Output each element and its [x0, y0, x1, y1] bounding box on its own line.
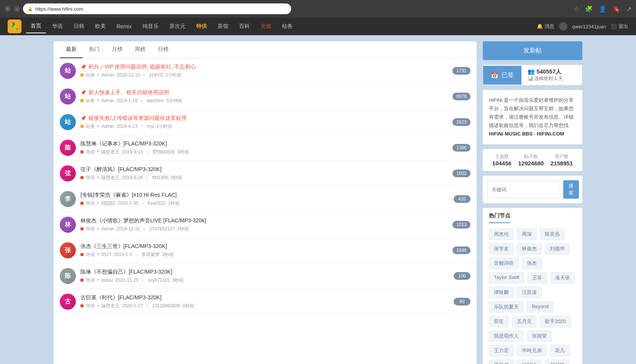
post-author[interactable]: 隔壁老王: [101, 303, 120, 309]
post-author[interactable]: 囧囧囧: [101, 200, 115, 207]
post-author[interactable]: todou: [101, 277, 113, 283]
post-title[interactable]: 积分／VIP 使用问题说明, 砥砺前行, 不忘初心: [89, 64, 196, 70]
topic-tag[interactable]: 王菲: [527, 272, 547, 284]
pin-icon: 📌: [80, 64, 86, 70]
post-title[interactable]: 林俊杰《小情歌》梦想的声音LIVE [FLAC/MP3-320k]: [80, 217, 206, 224]
topic-tag[interactable]: 音阙诗听: [489, 258, 519, 269]
topic-tag[interactable]: 周深: [517, 229, 537, 240]
reload-button[interactable]: ↻: [5, 6, 11, 12]
topic-tag[interactable]: 都可唯: [545, 359, 570, 364]
topic-tag[interactable]: Beyond: [527, 301, 554, 313]
notification-bell[interactable]: 🔔 消息: [537, 23, 554, 30]
post-author[interactable]: Admin: [101, 124, 114, 129]
nav-item-chinese[interactable]: 华语: [48, 20, 67, 33]
topic-tag[interactable]: 林俊杰: [517, 243, 542, 255]
checkin-button[interactable]: 📅 已签: [483, 66, 521, 85]
share-icon[interactable]: ↗: [626, 5, 631, 13]
topic-tag[interactable]: 歌手2020: [540, 316, 571, 327]
username-label[interactable]: qwer12341juan: [572, 24, 606, 29]
tab-daily[interactable]: 日榜: [152, 41, 175, 58]
post-title[interactable]: 陈琳《不想骗自己》[FLAC/MP3-320K]: [80, 269, 172, 276]
topic-tag[interactable]: 洛天依: [550, 272, 575, 284]
nav-item-dimension[interactable]: 异次元: [165, 20, 190, 33]
topic-tag[interactable]: 乐队的夏天: [489, 301, 524, 313]
post-author[interactable]: 隔壁老王: [101, 175, 120, 181]
extension-icon[interactable]: 🧩: [585, 5, 593, 13]
post-title[interactable]: 张杰《三生三世》[FLAC/MP3-320K]: [80, 243, 167, 250]
post-title[interactable]: 古巨基《时代》[FLAC/MP3-320K]: [80, 294, 162, 301]
nav-item-charge[interactable]: 充值: [256, 20, 276, 33]
topic-tag[interactable]: 张学友: [489, 243, 514, 255]
avatar: 张: [60, 242, 76, 258]
nav-item-special[interactable]: 特供: [192, 20, 211, 33]
nav-item-western[interactable]: 欧美: [90, 20, 110, 33]
post-meta: 华语 • 囧囧囧 2020-7-30 ← Kev0322 1秒前: [80, 200, 449, 207]
topic-tag[interactable]: 陈奕迅: [540, 229, 565, 240]
topic-tag[interactable]: 张杰: [522, 258, 542, 269]
topic-tag[interactable]: 周华健: [489, 359, 514, 364]
content-area: 最新 热门 月榜 周榜 日榜 站 📌 积分／VIP 使用问题说明, 砥砺前行, …: [54, 41, 477, 364]
nav-item-japanese-korean[interactable]: 日韩: [69, 20, 89, 33]
star-icon[interactable]: ☆: [574, 5, 579, 13]
topic-tag[interactable]: 周杰伦: [489, 229, 514, 240]
avatar: 弦: [60, 165, 76, 181]
post-title[interactable]: 陈慧琳《记事本》[FLAC/MP3-320K]: [80, 140, 167, 147]
post-last-user[interactable]: washton: [147, 98, 164, 103]
site-logo[interactable]: 🦜: [8, 20, 21, 33]
nav-item-home[interactable]: 首页: [26, 20, 46, 33]
post-last-user[interactable]: 雪鸮咕咕咕: [152, 149, 175, 155]
post-author[interactable]: Admin: [101, 226, 114, 232]
topic-tag[interactable]: 谭咏麟: [489, 287, 514, 298]
topic-tag[interactable]: 双笙: [489, 316, 509, 327]
nav-item-pure-music[interactable]: 纯音乐: [138, 20, 163, 33]
nav-item-teahouse[interactable]: 茶馆: [213, 20, 233, 33]
post-author[interactable]: 隔壁老王: [101, 149, 120, 155]
tab-weekly[interactable]: 周榜: [129, 41, 152, 58]
topic-tag[interactable]: 我是唱作人: [489, 330, 524, 342]
post-title[interactable]: [专辑]李荣浩《麻雀》[#10 Hi-Res FLAC]: [80, 192, 177, 199]
topics-grid: 周杰伦 周深 陈奕迅 张学友 林俊杰 刘德华 音阙诗听 张杰 Taylor Sw…: [489, 229, 576, 364]
logo-emoji: 🦜: [10, 22, 20, 31]
post-title[interactable]: 弦子《醉清风》[FLAC/MP3-320K]: [80, 166, 162, 173]
post-last-user[interactable]: 13118860886: [152, 303, 180, 309]
logout-button[interactable]: ⬛ 退出: [611, 23, 628, 30]
post-author[interactable]: Admin: [101, 98, 114, 103]
bookmark-icon[interactable]: 🔖: [613, 5, 620, 13]
topic-tag-taylor-swift[interactable]: Taylor Swift: [489, 272, 524, 284]
topic-tag[interactable]: 汪苏泷: [517, 287, 542, 298]
post-last-user[interactable]: 2747652127: [149, 226, 175, 232]
nav-item-wiki[interactable]: 百科: [234, 20, 254, 33]
search-button[interactable]: 搜索: [563, 180, 579, 199]
nav-item-admin[interactable]: 站务: [277, 20, 297, 33]
address-bar[interactable]: 🔒 https://www.hifini.com: [23, 3, 291, 14]
search-input[interactable]: [487, 180, 560, 199]
tab-latest[interactable]: 最新: [60, 41, 83, 58]
post-count: 1013: [452, 221, 470, 229]
topic-tag[interactable]: 张韶涵: [517, 359, 542, 364]
tab-monthly[interactable]: 月榜: [106, 41, 129, 58]
home-button[interactable]: ⌂: [14, 6, 20, 12]
topic-tag[interactable]: 五月天: [512, 316, 537, 327]
topic-tag[interactable]: 半吨兄弟: [517, 345, 547, 356]
topic-tag[interactable]: 张国荣: [527, 330, 552, 342]
post-title[interactable]: 新人快速上手、相关功能使用说明: [89, 89, 169, 96]
post-author[interactable]: 9527: [101, 252, 111, 257]
post-last-user[interactable]: 寒晨紫梦: [141, 251, 160, 258]
post-last-user[interactable]: Kev0322: [148, 201, 166, 206]
post-last-user[interactable]: xxy871101: [148, 277, 170, 283]
tab-hot[interactable]: 热门: [83, 41, 106, 58]
category-dot: [80, 304, 84, 307]
post-last-user[interactable]: 好的话: [149, 72, 163, 78]
nav-item-remix[interactable]: Remix: [112, 20, 136, 33]
post-count: 100: [454, 272, 470, 280]
post-author[interactable]: Admin: [101, 72, 114, 78]
category-dot: [80, 253, 84, 256]
post-last-user[interactable]: lffd1996: [152, 175, 169, 180]
new-post-button[interactable]: 发新帖: [483, 41, 582, 60]
post-last-user[interactable]: rrrp: [147, 124, 154, 129]
topic-tag[interactable]: 刘德华: [545, 243, 570, 255]
topic-tag[interactable]: 花儿: [550, 345, 570, 356]
post-title[interactable]: 链接失效/上传错误等资源问题在这里处理: [89, 115, 187, 122]
topic-tag[interactable]: 王力宏: [489, 345, 514, 356]
profile-icon[interactable]: 👤: [599, 5, 606, 13]
